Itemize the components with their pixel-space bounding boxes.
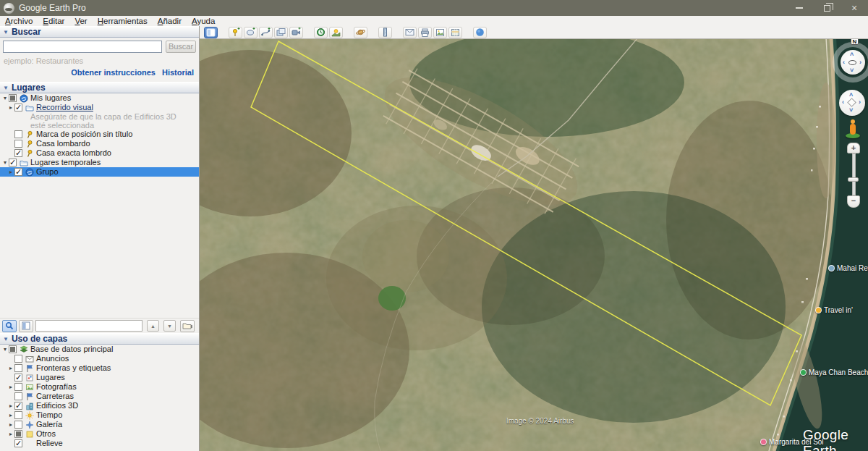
layout-view-button[interactable] — [19, 320, 33, 332]
layers-item-tiempo[interactable]: ▸Tiempo — [0, 410, 199, 420]
expand-arrow-icon[interactable]: ▸ — [7, 420, 14, 429]
add-image-overlay-button[interactable] — [274, 27, 288, 38]
map-viewport[interactable]: Mahai RetreTravel in'Maya Chan BeachMarg… — [200, 39, 868, 451]
globe-sphere-button[interactable] — [473, 27, 487, 38]
maya-chan-beach-poi-icon[interactable] — [800, 369, 807, 376]
places-item-marca-de-posicion-sin-titulo[interactable]: Marca de posición sin título — [0, 130, 199, 139]
menu-item-anadir[interactable]: Añadir — [153, 16, 187, 26]
checkbox-fotografias[interactable] — [14, 383, 22, 391]
look-down-arrow-icon[interactable]: ˅ — [850, 67, 854, 74]
search-results-button[interactable] — [2, 320, 17, 332]
checkbox-otros[interactable] — [14, 430, 22, 438]
look-joystick[interactable]: N ˄ ˅ ‹ › — [831, 41, 868, 84]
places-panel-header[interactable]: ▼ Lugares — [0, 82, 199, 93]
places-item-grupo[interactable]: ▸Grupo — [0, 167, 199, 177]
checkbox-relieve[interactable] — [14, 439, 22, 447]
ruler-button[interactable] — [378, 27, 392, 38]
checkbox-fronteras-y-etiquetas[interactable] — [14, 364, 22, 372]
email-button[interactable] — [403, 27, 417, 38]
checkbox-base-de-datos-principal[interactable] — [9, 345, 17, 353]
move-down-arrow-icon[interactable]: ˅ — [849, 107, 853, 114]
add-placemark-button[interactable] — [229, 27, 242, 38]
checkbox-anuncios[interactable] — [14, 355, 22, 363]
layers-item-otros[interactable]: ▸Otros — [0, 429, 199, 439]
layers-item-fotografias[interactable]: ▸Fotografías — [0, 382, 199, 392]
add-polygon-button[interactable] — [244, 27, 258, 38]
look-left-arrow-icon[interactable]: ‹ — [843, 59, 845, 66]
search-panel-header[interactable]: ▼ Buscar — [0, 26, 199, 38]
sunlight-button[interactable] — [329, 27, 343, 38]
layers-item-lugares[interactable]: Lugares — [0, 373, 199, 382]
checkbox-casa-exacta-lombrdo[interactable] — [14, 149, 22, 157]
layers-item-anuncios[interactable]: Anuncios — [0, 354, 199, 363]
map-label-travel-in[interactable]: Travel in' — [815, 306, 853, 314]
checkbox-marca-de-posicion-sin-titulo[interactable] — [14, 130, 22, 138]
sidebar-toggle-button[interactable] — [204, 27, 218, 38]
layers-item-relieve[interactable]: Relieve — [0, 439, 199, 448]
record-tour-button[interactable] — [289, 27, 303, 38]
expand-arrow-icon[interactable]: ▸ — [7, 382, 14, 392]
map-label-mahai-retreat[interactable]: Mahai Retre — [828, 264, 868, 272]
checkbox-grupo[interactable] — [14, 168, 22, 176]
layers-item-carreteras[interactable]: Carreteras — [0, 392, 199, 401]
menu-item-ver[interactable]: Ver — [69, 16, 92, 26]
history-link[interactable]: Historial — [162, 68, 194, 77]
get-directions-link[interactable]: Obtener instrucciones — [71, 68, 156, 77]
zoom-slider-handle[interactable] — [848, 177, 859, 182]
planets-button[interactable] — [354, 27, 367, 38]
checkbox-galeria[interactable] — [14, 421, 22, 429]
checkbox-lugares-temporales[interactable] — [9, 159, 17, 167]
places-item-recorrido-visual[interactable]: ▸Recorrido visual — [0, 103, 199, 112]
move-right-arrow-icon[interactable]: › — [859, 99, 861, 106]
places-item-mis-lugares[interactable]: ▾Mis lugares — [0, 93, 199, 103]
print-button[interactable] — [418, 27, 432, 38]
layers-item-fronteras-y-etiquetas[interactable]: ▸Fronteras y etiquetas — [0, 363, 199, 373]
layers-item-galeria[interactable]: ▸Galería — [0, 420, 199, 429]
view-in-google-maps-button[interactable] — [448, 27, 462, 38]
checkbox-casa-lombardo[interactable] — [14, 140, 22, 148]
layers-item-edificios-3d[interactable]: ▸Edificios 3D — [0, 401, 199, 410]
search-input[interactable] — [3, 41, 162, 53]
expand-arrow-icon[interactable]: ▸ — [7, 167, 14, 177]
checkbox-mis-lugares[interactable] — [9, 94, 17, 102]
expand-arrow-icon[interactable]: ▸ — [7, 410, 14, 420]
travel-in-poi-icon[interactable] — [815, 307, 822, 313]
checkbox-recorrido-visual[interactable] — [14, 104, 22, 111]
expand-arrow-icon[interactable]: ▾ — [1, 345, 9, 354]
places-filter-input[interactable] — [35, 320, 142, 332]
mahai-retreat-poi-icon[interactable] — [828, 265, 835, 271]
move-joystick[interactable]: ˄ ˅ ‹ › — [839, 90, 865, 116]
checkbox-edificios-3d[interactable] — [14, 402, 22, 410]
places-item-lugares-temporales[interactable]: ▾Lugares temporales — [0, 158, 199, 167]
add-path-button[interactable] — [259, 27, 273, 38]
layers-item-base-de-datos-principal[interactable]: ▾Base de datos principal — [0, 345, 199, 354]
look-up-arrow-icon[interactable]: ˄ — [850, 51, 854, 58]
move-down-button[interactable]: ▼ — [163, 320, 176, 332]
zoom-in-button[interactable]: + — [847, 143, 860, 153]
restore-button[interactable] — [813, 0, 841, 16]
expand-arrow-icon[interactable]: ▸ — [7, 401, 14, 410]
menu-item-editar[interactable]: Editar — [38, 16, 69, 26]
menu-item-archivo[interactable]: Archivo — [0, 16, 38, 26]
map-label-maya-chan-beach[interactable]: Maya Chan Beach — [800, 368, 868, 376]
folder-button[interactable] — [180, 320, 195, 332]
look-right-arrow-icon[interactable]: › — [859, 59, 861, 66]
zoom-slider-track[interactable] — [852, 153, 856, 195]
layers-panel-header[interactable]: ▼ Uso de capas — [0, 333, 199, 345]
expand-arrow-icon[interactable]: ▸ — [7, 363, 14, 373]
move-left-arrow-icon[interactable]: ‹ — [842, 99, 844, 106]
minimize-button[interactable] — [786, 0, 813, 16]
pegman-street-view[interactable] — [846, 119, 860, 138]
menu-item-ayuda[interactable]: Ayuda — [187, 16, 220, 26]
margarita-del-sol-poi-icon[interactable] — [760, 439, 767, 445]
places-item-casa-exacta-lombrdo[interactable]: Casa exacta lombrdo — [0, 148, 199, 158]
zoom-out-button[interactable]: − — [847, 195, 860, 208]
expand-arrow-icon[interactable]: ▾ — [1, 158, 9, 167]
historical-imagery-button[interactable] — [314, 27, 328, 38]
checkbox-carreteras[interactable] — [14, 392, 22, 400]
close-button[interactable]: × — [841, 0, 868, 16]
checkbox-lugares[interactable] — [14, 374, 22, 382]
move-up-button[interactable]: ▲ — [147, 320, 159, 332]
search-button[interactable]: Buscar — [166, 41, 196, 53]
save-image-button[interactable] — [433, 27, 447, 38]
